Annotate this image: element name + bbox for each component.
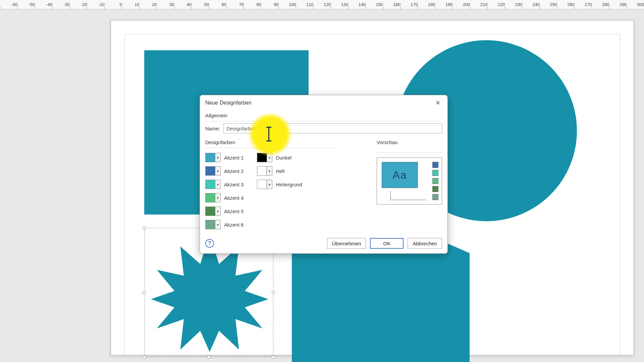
- horizontal-ruler: -70-60-50-40-30-20-100102030405060708090…: [0, 0, 644, 9]
- ruler-tick: 250: [557, 0, 557, 9]
- ruler-tick: 110: [313, 0, 314, 9]
- accent-label: Akzent 4: [224, 195, 244, 201]
- chevron-down-icon[interactable]: ▾: [215, 153, 220, 162]
- ruler-tick: 80: [261, 0, 261, 9]
- color-swatch: [257, 153, 267, 162]
- ruler-tick: 260: [574, 0, 575, 9]
- ruler-tick: 10: [139, 0, 140, 9]
- chevron-down-icon[interactable]: ▾: [215, 193, 220, 202]
- ruler-tick: 180: [435, 0, 435, 9]
- ruler-tick: 130: [348, 0, 348, 9]
- preview-swatch: [432, 162, 438, 168]
- extra-row: ▾Hell: [257, 166, 302, 176]
- color-swatch: [206, 167, 215, 175]
- extra-label: Hintergrund: [276, 182, 302, 187]
- accent-color-picker[interactable]: ▾: [205, 193, 221, 202]
- cancel-button[interactable]: Abbrechen: [408, 238, 442, 249]
- accent-row: ▾Akzent 4: [205, 193, 244, 202]
- resize-handle[interactable]: [272, 291, 275, 294]
- ruler-tick: 70: [244, 0, 244, 9]
- extra-label: Hell: [276, 168, 284, 174]
- help-button[interactable]: ?: [205, 239, 214, 248]
- ruler-tick: 210: [487, 0, 488, 9]
- close-button[interactable]: ✕: [433, 99, 442, 107]
- ruler-tick: -20: [87, 0, 87, 9]
- ruler-tick: 120: [331, 0, 331, 9]
- color-swatch: [257, 180, 267, 189]
- color-swatch: [206, 207, 215, 216]
- accent-label: Akzent 1: [224, 155, 244, 161]
- ruler-tick: 270: [592, 0, 592, 9]
- resize-handle[interactable]: [272, 355, 275, 359]
- color-swatch: [206, 180, 215, 189]
- ruler-tick: 150: [383, 0, 383, 9]
- chevron-down-icon[interactable]: ▾: [267, 180, 272, 189]
- chevron-down-icon[interactable]: ▾: [215, 220, 220, 229]
- extra-color-picker[interactable]: ▾: [257, 180, 272, 189]
- accent-label: Akzent 2: [224, 168, 244, 174]
- ruler-tick: 230: [522, 0, 523, 9]
- ruler-tick: -10: [104, 0, 105, 9]
- accent-color-picker[interactable]: ▾: [205, 206, 221, 216]
- ruler-tick: 220: [505, 0, 505, 9]
- accent-row: ▾Akzent 5: [205, 206, 244, 216]
- ruler-tick: 100: [296, 0, 296, 9]
- accent-row: ▾Akzent 3: [205, 180, 244, 189]
- ruler-tick: 60: [226, 0, 227, 9]
- chevron-down-icon[interactable]: ▾: [215, 207, 220, 216]
- dialog-titlebar: Neue Designfarben ✕: [200, 95, 447, 111]
- ruler-tick: 50: [209, 0, 209, 9]
- color-swatch: [206, 153, 215, 162]
- accent-row: ▾Akzent 2: [205, 166, 244, 176]
- extra-color-picker[interactable]: ▾: [257, 153, 272, 162]
- ruler-tick: 200: [470, 0, 470, 9]
- ruler-tick: 160: [400, 0, 401, 9]
- ruler-tick: 170: [418, 0, 418, 9]
- resize-handle[interactable]: [207, 355, 211, 359]
- ruler-tick: 40: [192, 0, 192, 9]
- color-swatch: [257, 167, 267, 175]
- apply-button[interactable]: Übernehmen: [327, 238, 366, 249]
- resize-handle[interactable]: [143, 291, 146, 294]
- new-design-colors-dialog: Neue Designfarben ✕ Allgemein Name: Desi…: [200, 95, 448, 254]
- resize-handle[interactable]: [143, 355, 146, 359]
- ok-button[interactable]: OK: [370, 238, 404, 249]
- extra-row: ▾Dunkel: [257, 153, 302, 162]
- ruler-tick: 280: [609, 0, 609, 9]
- accent-color-picker[interactable]: ▾: [205, 180, 221, 189]
- color-swatch: [206, 193, 215, 202]
- ruler-tick: 90: [278, 0, 279, 9]
- preview-swatch: [432, 170, 438, 176]
- accent-color-picker[interactable]: ▾: [205, 166, 221, 176]
- dialog-title-text: Neue Designfarben: [205, 100, 252, 106]
- accent-label: Akzent 5: [224, 208, 244, 214]
- preview-swatch: [432, 194, 438, 200]
- design-colors-section-label: Designfarben: [205, 139, 336, 145]
- color-swatch: [206, 220, 215, 229]
- name-label: Name:: [205, 126, 220, 131]
- chevron-down-icon[interactable]: ▾: [267, 167, 272, 175]
- ruler-tick: 240: [540, 0, 540, 9]
- accent-color-picker[interactable]: ▾: [205, 220, 221, 229]
- preview-main-swatch: Aa: [382, 162, 418, 188]
- ruler-tick: -50: [35, 0, 35, 9]
- extra-row: ▾Hintergrund: [257, 180, 302, 189]
- name-input[interactable]: [223, 123, 442, 133]
- chevron-down-icon[interactable]: ▾: [215, 180, 220, 189]
- ruler-tick: -60: [17, 0, 18, 9]
- ruler-tick: 0: [122, 0, 122, 9]
- accent-label: Akzent 3: [224, 182, 244, 187]
- ruler-tick: -40: [52, 0, 53, 9]
- extra-label: Dunkel: [276, 155, 291, 161]
- general-section-label: Allgemein: [205, 113, 442, 118]
- ruler-tick: 20: [157, 0, 157, 9]
- preview-box: Aa: [377, 158, 442, 204]
- ruler-tick: -70: [0, 0, 0, 9]
- accent-row: ▾Akzent 1: [205, 153, 244, 162]
- ruler-tick: 140: [366, 0, 366, 9]
- extra-color-picker[interactable]: ▾: [257, 166, 272, 176]
- chevron-down-icon[interactable]: ▾: [267, 153, 272, 162]
- resize-handle[interactable]: [143, 226, 146, 230]
- accent-color-picker[interactable]: ▾: [205, 153, 221, 162]
- chevron-down-icon[interactable]: ▾: [215, 167, 220, 175]
